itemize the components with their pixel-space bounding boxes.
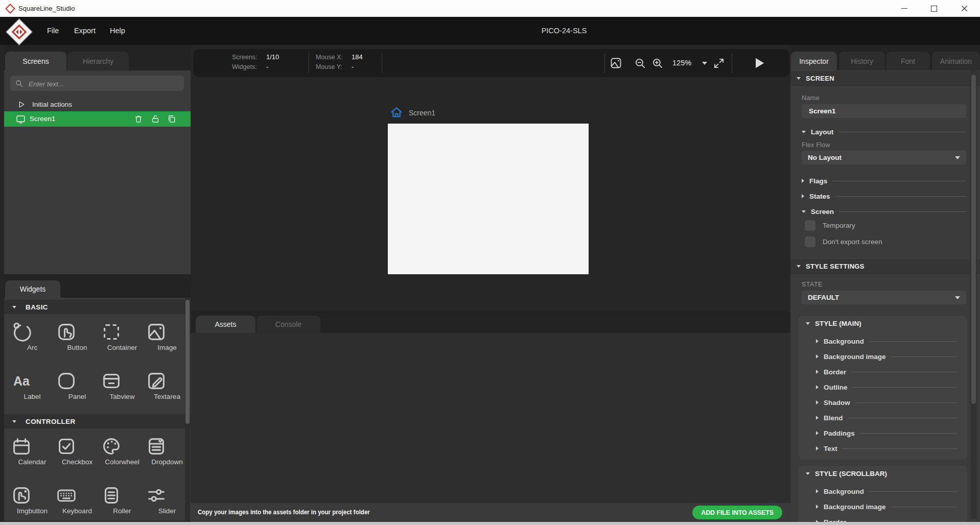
section-screen-header[interactable]: SCREEN <box>790 70 980 86</box>
play-button-icon[interactable] <box>751 55 767 71</box>
expand-arrow-icon <box>816 416 819 420</box>
widget-checkbox[interactable]: Checkbox <box>55 431 100 480</box>
collapse-arrow-icon <box>806 322 810 325</box>
widget-slider[interactable]: Slider <box>145 480 190 521</box>
assets-panel: Assets Console Copy your images into the… <box>191 312 790 522</box>
duplicate-screen-icon[interactable] <box>167 114 177 124</box>
style-main-header[interactable]: STYLE (MAIN) <box>806 320 861 327</box>
style-row-background[interactable]: Background <box>816 486 957 496</box>
layout-section-row[interactable]: Layout <box>802 127 966 137</box>
tab-inspector[interactable]: Inspector <box>791 52 837 70</box>
close-icon <box>961 5 968 12</box>
mouse-x-value: 184 <box>352 53 363 61</box>
close-button[interactable] <box>952 0 976 17</box>
widget-calendar[interactable]: Calendar <box>10 431 55 480</box>
style-row-outline[interactable]: Outline <box>816 382 957 392</box>
design-canvas[interactable] <box>388 124 589 274</box>
style-row-text[interactable]: Text <box>816 443 957 454</box>
screenshot-image-icon[interactable] <box>609 56 623 70</box>
temporary-checkbox-row[interactable]: Temporary <box>805 220 855 231</box>
flex-flow-dropdown[interactable]: No Layout <box>802 151 966 164</box>
widgets-scrollbar[interactable] <box>185 298 190 521</box>
zoom-dropdown-icon[interactable] <box>702 62 707 65</box>
tab-assets[interactable]: Assets <box>196 316 255 333</box>
tab-widgets[interactable]: Widgets <box>5 280 60 298</box>
assets-tabstrip: Assets Console <box>191 312 790 333</box>
tab-history[interactable]: History <box>839 52 885 70</box>
assets-content[interactable] <box>191 333 790 503</box>
section-style-settings-header[interactable]: STYLE SETTINGS <box>790 258 980 274</box>
menu-file[interactable]: File <box>47 17 59 45</box>
screen-item-label: Screen1 <box>30 111 55 127</box>
imgbutton-icon <box>10 484 33 507</box>
widget-roller[interactable]: Roller <box>100 480 145 521</box>
widget-tabview[interactable]: Tabview <box>100 365 145 414</box>
screens-count-label: Screens: <box>232 54 257 61</box>
states-section-row[interactable]: States <box>802 191 966 201</box>
flags-section-row[interactable]: Flags <box>802 176 966 186</box>
search-input[interactable] <box>28 76 181 92</box>
style-row-background-image[interactable]: Background image <box>816 351 957 362</box>
widget-button[interactable]: Button <box>55 316 100 365</box>
menu-help[interactable]: Help <box>110 17 125 45</box>
widget-panel[interactable]: Panel <box>55 365 100 414</box>
button-icon <box>55 320 78 344</box>
collapse-arrow-icon <box>12 306 16 308</box>
widget-label[interactable]: Aa Label <box>10 365 55 414</box>
widget-imgbutton[interactable]: Imgbutton <box>10 480 55 521</box>
style-row-background[interactable]: Background <box>816 336 957 346</box>
delete-screen-icon[interactable] <box>133 114 144 124</box>
temporary-checkbox[interactable] <box>805 220 815 231</box>
state-dropdown[interactable]: DEFAULT <box>802 291 966 304</box>
widget-colorwheel[interactable]: Colorwheel <box>100 431 145 480</box>
style-row-border[interactable]: Border <box>816 517 957 522</box>
style-scrollbar-header[interactable]: STYLE (SCROLLBAR) <box>806 470 887 478</box>
search-icon <box>15 79 24 88</box>
play-outline-icon <box>17 100 26 109</box>
zoom-out-icon[interactable] <box>634 57 647 70</box>
style-row-background-image[interactable]: Background image <box>816 502 957 512</box>
tab-font[interactable]: Font <box>886 52 930 70</box>
screen-list-item-selected[interactable]: Screen1 <box>4 111 191 127</box>
toolbar-divider <box>309 53 309 73</box>
zoom-level-value[interactable]: 125% <box>672 49 691 77</box>
menu-export[interactable]: Export <box>74 17 96 45</box>
collapse-arrow-icon <box>802 210 806 213</box>
widgets-section-basic[interactable]: BASIC <box>4 300 191 314</box>
inspector-scrollbar[interactable] <box>970 70 977 519</box>
screen-name-field[interactable] <box>802 104 966 118</box>
maximize-button[interactable] <box>922 0 946 17</box>
style-row-blend[interactable]: Blend <box>816 413 957 423</box>
widgets-section-controller[interactable]: CONTROLLER <box>4 414 191 428</box>
unlock-icon[interactable] <box>150 114 160 124</box>
tab-hierarchy[interactable]: Hierarchy <box>67 52 129 70</box>
canvas-screen-label: Screen1 <box>409 106 435 120</box>
widget-image[interactable]: Image <box>145 316 190 365</box>
container-icon <box>100 320 123 344</box>
add-file-into-assets-button[interactable]: ADD FILE INTO ASSETS <box>692 506 782 519</box>
inspector-scrollbar-thumb[interactable] <box>971 75 976 404</box>
screen-name-input[interactable] <box>808 107 960 115</box>
widgets-scrollbar-thumb[interactable] <box>185 300 190 424</box>
dont-export-checkbox-row[interactable]: Don't export screen <box>805 236 882 247</box>
tab-animation[interactable]: Animation <box>932 52 980 70</box>
screen-group-row[interactable]: Screen <box>802 206 966 217</box>
tab-console[interactable]: Console <box>256 316 320 333</box>
maximize-icon <box>931 6 937 12</box>
minimize-button[interactable] <box>893 0 916 17</box>
widget-container[interactable]: Container <box>100 316 145 365</box>
widget-arc[interactable]: Arc <box>10 316 55 365</box>
widget-dropdown[interactable]: Dropdown <box>145 431 190 480</box>
tab-screens[interactable]: Screens <box>5 52 66 70</box>
widget-textarea[interactable]: Textarea <box>145 365 190 414</box>
fit-screen-icon[interactable] <box>712 57 726 70</box>
style-row-shadow[interactable]: Shadow <box>816 397 957 408</box>
zoom-in-icon[interactable] <box>651 57 664 70</box>
widget-keyboard[interactable]: Keyboard <box>55 480 100 521</box>
initial-actions-row[interactable]: Initial actions <box>4 97 191 111</box>
titlebar: SquareLine_Studio <box>0 0 980 17</box>
dont-export-checkbox[interactable] <box>805 236 815 247</box>
style-row-border[interactable]: Border <box>816 367 957 377</box>
toolbar-divider <box>382 53 382 73</box>
style-row-paddings[interactable]: Paddings <box>816 428 957 438</box>
